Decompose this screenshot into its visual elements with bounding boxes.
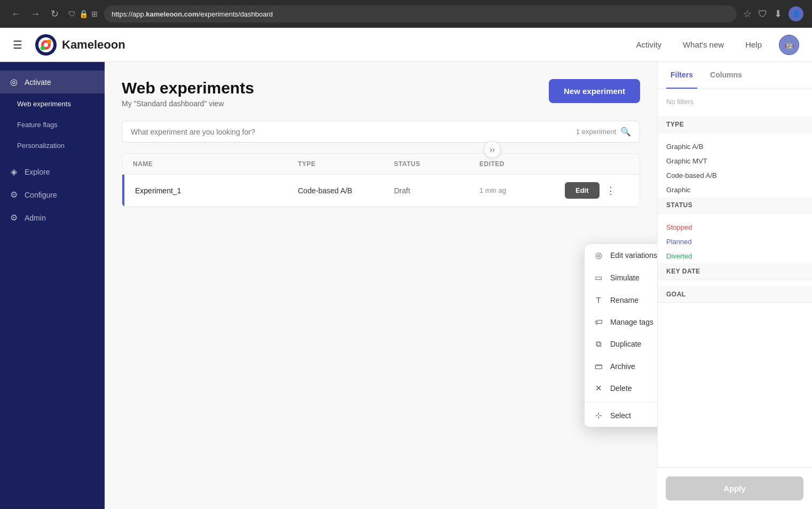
browser-nav-buttons: ← → ↻ xyxy=(9,6,62,21)
whatsnew-link[interactable]: What's new xyxy=(679,38,728,51)
col-header-type: TYPE xyxy=(298,160,394,168)
col-header-name: NAME xyxy=(133,160,298,168)
duplicate-icon: ⧉ xyxy=(593,339,604,349)
hamburger-button[interactable]: ☰ xyxy=(13,38,22,51)
filter-graphic[interactable]: Graphic xyxy=(666,183,803,197)
context-menu-edit-variations[interactable]: ◎ Edit variations › xyxy=(585,244,657,267)
context-menu-select[interactable]: ⊹ Select xyxy=(585,404,657,427)
experiment-status: Draft xyxy=(394,186,479,195)
context-menu-simulate[interactable]: ▭ Simulate xyxy=(585,267,657,289)
col-header-status: STATUS xyxy=(394,160,479,168)
main-layout: ◎ Activate Web experiments Feature flags… xyxy=(0,62,812,509)
shield-browser-icon[interactable]: 🛡 xyxy=(758,9,768,20)
filter-graphic-ab[interactable]: Graphic A/B xyxy=(666,139,803,154)
sidebar-item-configure[interactable]: ⚙ Configure xyxy=(0,183,105,206)
context-menu-archive[interactable]: 🗃 Archive xyxy=(585,355,657,377)
apply-button[interactable]: Apply xyxy=(666,476,803,500)
filter-code-based-ab[interactable]: Code-based A/B xyxy=(666,168,803,183)
svg-point-3 xyxy=(44,43,48,47)
star-icon[interactable]: ☆ xyxy=(743,8,752,20)
page-header: Web experiments My "Standard dashboard" … xyxy=(122,79,640,108)
sidebar-activate-section: ◎ Activate Web experiments Feature flags… xyxy=(0,71,105,156)
logo-name: Kameleoon xyxy=(62,38,125,52)
sidebar-item-personalization[interactable]: Personalization xyxy=(0,135,105,156)
search-bar: 1 experiment 🔍 xyxy=(122,121,640,143)
experiment-edited: 1 min ag xyxy=(479,186,565,194)
search-button[interactable]: 🔍 xyxy=(620,127,631,137)
context-menu-duplicate[interactable]: ⧉ Duplicate xyxy=(585,333,657,355)
app-container: ☰ Kameleoon Activity What's new Help 🤖 xyxy=(0,28,812,509)
filter-type-section: Type xyxy=(658,116,812,133)
new-experiment-button[interactable]: New experiment xyxy=(549,79,640,103)
more-options-button[interactable]: ⋮ xyxy=(604,183,618,199)
filter-status-section: Status xyxy=(658,197,812,214)
archive-icon: 🗃 xyxy=(593,362,604,371)
page-title-section: Web experiments My "Standard dashboard" … xyxy=(122,79,254,108)
configure-icon: ⚙ xyxy=(9,190,19,200)
sidebar-item-admin[interactable]: ⚙ Admin xyxy=(0,206,105,229)
experiment-type: Code-based A/B xyxy=(298,186,394,195)
back-button[interactable]: ← xyxy=(9,6,23,21)
table-header: NAME TYPE STATUS EDITED xyxy=(122,154,640,175)
activity-link[interactable]: Activity xyxy=(632,38,666,51)
no-filters-label: No filters xyxy=(666,98,803,106)
help-link[interactable]: Help xyxy=(741,38,766,51)
edit-button[interactable]: Edit xyxy=(565,182,600,199)
sidebar-item-feature-flags[interactable]: Feature flags xyxy=(0,114,105,135)
page-subtitle: My "Standard dashboard" view xyxy=(122,99,254,108)
logo: Kameleoon xyxy=(35,34,125,56)
browser-right-icons: ☆ 🛡 ⬇ 👤 xyxy=(743,6,803,21)
context-menu-rename[interactable]: T Rename xyxy=(585,289,657,311)
page-title: Web experiments xyxy=(122,79,254,97)
filter-graphic-mvt[interactable]: Graphic MVT xyxy=(666,154,803,168)
filter-keydate-section: Key date xyxy=(658,263,812,280)
rename-icon: T xyxy=(593,295,604,304)
filter-goal-section: Goal xyxy=(658,286,812,303)
filters-tabs: Filters Columns xyxy=(658,62,812,89)
edit-variations-icon: ◎ xyxy=(593,250,604,260)
col-header-edited: EDITED xyxy=(479,160,565,168)
browser-security-icons: 🛡 🔒 ⊞ xyxy=(68,10,98,18)
context-menu: ◎ Edit variations › ▭ Simulate T Rename … xyxy=(584,244,657,427)
url-bar[interactable]: https://app.kameleoon.com/experiments/da… xyxy=(104,5,737,22)
refresh-button[interactable]: ↻ xyxy=(47,6,62,21)
browser-user-avatar[interactable]: 👤 xyxy=(789,6,803,21)
filter-diverted[interactable]: Diverted xyxy=(666,249,803,263)
tab-filters[interactable]: Filters xyxy=(666,62,697,89)
content-inner: Web experiments My "Standard dashboard" … xyxy=(105,62,657,224)
search-input[interactable] xyxy=(131,128,572,136)
shield-icon: 🛡 xyxy=(68,10,76,18)
filters-content: No filters Type Graphic A/B Graphic MVT … xyxy=(658,89,812,318)
experiment-name: Experiment_1 xyxy=(135,186,298,195)
tag-icon: 🏷 xyxy=(593,317,604,326)
forward-button[interactable]: → xyxy=(28,6,43,21)
collapse-panel-button[interactable]: ›› xyxy=(484,141,501,158)
apply-btn-container: Apply xyxy=(657,467,812,509)
admin-icon: ⚙ xyxy=(9,213,19,223)
simulate-icon: ▭ xyxy=(593,273,604,283)
tab-icon: ⊞ xyxy=(91,10,98,18)
col-header-actions xyxy=(565,160,629,168)
sidebar-item-explore[interactable]: ◈ Explore xyxy=(0,160,105,183)
explore-icon: ◈ xyxy=(9,167,19,177)
user-avatar[interactable]: 🤖 xyxy=(779,35,799,55)
table-row: Experiment_1 Code-based A/B Draft 1 min … xyxy=(122,175,640,207)
user-avatar-inner: 🤖 xyxy=(780,36,798,54)
edit-variations-left: ◎ Edit variations xyxy=(593,250,657,260)
download-icon[interactable]: ⬇ xyxy=(774,8,782,20)
lock-icon: 🔒 xyxy=(79,10,88,18)
browser-bar: ← → ↻ 🛡 🔒 ⊞ https://app.kameleoon.com/ex… xyxy=(0,0,812,28)
svg-point-5 xyxy=(41,46,45,50)
delete-icon: ✕ xyxy=(593,383,604,393)
context-menu-divider xyxy=(585,402,657,402)
context-menu-delete[interactable]: ✕ Delete xyxy=(585,377,657,400)
tab-columns[interactable]: Columns xyxy=(706,62,746,89)
filter-stopped[interactable]: Stopped xyxy=(666,220,803,234)
url-text: https://app.kameleoon.com/experiments/da… xyxy=(112,10,273,18)
context-menu-manage-tags[interactable]: 🏷 Manage tags xyxy=(585,311,657,333)
filter-planned[interactable]: Planned xyxy=(666,234,803,249)
svg-point-4 xyxy=(47,40,51,44)
experiments-table: NAME TYPE STATUS EDITED Experiment_1 Cod… xyxy=(122,153,640,207)
sidebar-item-activate[interactable]: ◎ Activate xyxy=(0,71,105,93)
sidebar-item-web-experiments[interactable]: Web experiments xyxy=(0,93,105,114)
